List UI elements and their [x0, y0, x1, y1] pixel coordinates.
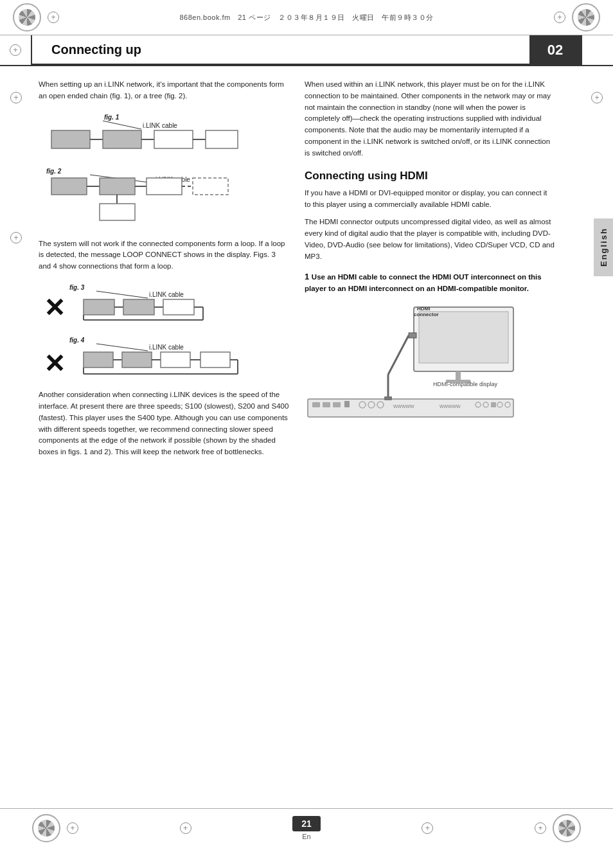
footer-left [32, 814, 78, 842]
svg-rect-60 [323, 402, 330, 407]
top-bar-text: 868en.book.fm 21 ページ ２０３年８月１９日 火曜日 午前９時３… [179, 13, 433, 22]
svg-rect-17 [147, 178, 182, 195]
svg-text:HDMI-compatible display: HDMI-compatible display [433, 381, 498, 387]
svg-line-36 [96, 344, 148, 351]
svg-line-74 [388, 335, 409, 375]
left-mid-reg [10, 232, 22, 244]
svg-text:HDMI: HDMI [417, 306, 430, 312]
chapter-header: Connecting up 02 [0, 35, 613, 66]
svg-rect-15 [100, 178, 135, 195]
col-left-para1: When setting up an i.LINK network, it's … [39, 79, 289, 102]
hdmi-diagram: HDMI connector HDMI-compatible display [305, 304, 555, 421]
bottom-center-left-reg [180, 822, 191, 834]
chapter-number-box: 02 [529, 35, 581, 65]
step-number: 1 [305, 272, 312, 281]
step-instruction: 1 Use an HDMI cable to connect the HDMI … [305, 270, 555, 295]
col-right-para1: When used within an i.LINK network, this… [305, 79, 555, 159]
svg-text:i.LINK cable: i.LINK cable [149, 344, 184, 351]
svg-rect-28 [123, 299, 154, 315]
svg-line-23 [96, 291, 148, 298]
col-right-para3: The HDMI connector outputs uncompressed … [305, 217, 555, 262]
top-right-reg-mark [554, 12, 565, 23]
svg-rect-61 [333, 402, 341, 407]
svg-rect-3 [51, 130, 90, 148]
left-margin [0, 79, 32, 465]
svg-rect-13 [51, 178, 87, 195]
fig1-diagram: fig. 1 i.LINK cable [39, 111, 289, 156]
svg-rect-75 [384, 396, 392, 400]
bottom-right-deco [553, 814, 581, 842]
bottom-left-deco [32, 814, 60, 842]
svg-text:i.LINK cable: i.LINK cable [143, 122, 177, 129]
svg-text:fig. 2: fig. 2 [46, 168, 62, 175]
svg-rect-19 [100, 204, 135, 220]
svg-line-0 [103, 121, 141, 129]
page-number-area: 21 En [292, 816, 321, 840]
svg-rect-56 [409, 333, 416, 338]
svg-rect-59 [312, 402, 320, 407]
chapter-left-reg [10, 44, 21, 56]
left-top-reg [10, 92, 22, 103]
footer-right [535, 814, 581, 842]
fig3-svg: fig. 3 i.LINK cable ✕ [39, 281, 244, 325]
svg-rect-9 [206, 130, 238, 148]
top-left-deco-circle [13, 3, 41, 31]
col-right: When used within an i.LINK network, this… [305, 79, 555, 465]
fig1-svg: fig. 1 i.LINK cable [39, 111, 244, 156]
svg-rect-70 [491, 402, 496, 407]
col-right-para2: If you have a HDMI or DVI-equipped monit… [305, 188, 555, 211]
fig4-container: fig. 4 i.LINK cable ✕ [39, 334, 289, 380]
svg-text:fig. 4: fig. 4 [69, 337, 85, 344]
svg-rect-39 [84, 352, 113, 368]
main-content: When setting up an i.LINK network, it's … [0, 66, 613, 477]
svg-rect-52 [456, 371, 461, 380]
section-heading: Connecting using HDMI [305, 170, 555, 182]
svg-rect-41 [122, 352, 152, 368]
svg-rect-26 [84, 299, 114, 315]
footer-en-label: En [302, 833, 310, 840]
fig2-svg: fig. 2 i.LINK cable [39, 165, 244, 229]
svg-rect-21 [193, 178, 228, 195]
bottom-center-right-reg [422, 822, 433, 834]
fig2-container: fig. 2 i.LINK cable [39, 165, 289, 229]
footer: 21 En [0, 808, 613, 842]
page-number-box: 21 [292, 816, 321, 831]
chapter-title: Connecting up [51, 42, 141, 57]
col-left-para2: The system will not work if the connecte… [39, 238, 289, 272]
svg-text:wwwww: wwwww [393, 403, 414, 409]
chapter-title-box: Connecting up [32, 35, 529, 65]
svg-rect-45 [200, 352, 230, 368]
svg-text:✕: ✕ [44, 294, 66, 322]
fig2-diagram: fig. 2 i.LINK cable [39, 165, 289, 229]
svg-text:wwwww: wwwww [439, 403, 461, 409]
page-number: 21 [301, 819, 312, 829]
svg-rect-5 [103, 130, 141, 148]
right-top-reg [591, 92, 603, 103]
svg-rect-43 [161, 352, 190, 368]
content-columns: When setting up an i.LINK network, it's … [32, 79, 581, 465]
fig3-container: fig. 3 i.LINK cable ✕ [39, 281, 289, 325]
svg-text:connector: connector [414, 312, 439, 317]
fig1-container: fig. 1 i.LINK cable [39, 111, 289, 156]
hdmi-svg: HDMI connector HDMI-compatible display [305, 304, 523, 420]
page: 868en.book.fm 21 ページ ２０３年８月１９日 火曜日 午前９時３… [0, 0, 613, 868]
svg-rect-51 [419, 312, 508, 363]
language-label: English [594, 218, 613, 276]
col-left: When setting up an i.LINK network, it's … [39, 79, 289, 465]
top-left-reg-mark [48, 12, 59, 23]
top-bar: 868en.book.fm 21 ページ ２０３年８月１９日 火曜日 午前９時３… [0, 0, 613, 35]
fig4-svg: fig. 4 i.LINK cable ✕ [39, 334, 244, 380]
svg-text:fig. 1: fig. 1 [104, 114, 120, 121]
svg-text:fig. 3: fig. 3 [69, 284, 85, 291]
svg-text:✕: ✕ [44, 350, 66, 378]
bottom-left-reg [67, 822, 78, 834]
col-left-para3: Another consideration when connecting i.… [39, 389, 289, 458]
top-right-deco-circle [572, 3, 600, 31]
step-text: Use an HDMI cable to connect the HDMI OU… [305, 273, 542, 292]
chapter-number: 02 [547, 42, 563, 58]
bottom-right-reg [535, 822, 546, 834]
svg-text:i.LINK cable: i.LINK cable [149, 291, 184, 298]
svg-rect-7 [154, 130, 193, 148]
svg-rect-30 [163, 299, 194, 315]
svg-rect-62 [344, 401, 350, 407]
